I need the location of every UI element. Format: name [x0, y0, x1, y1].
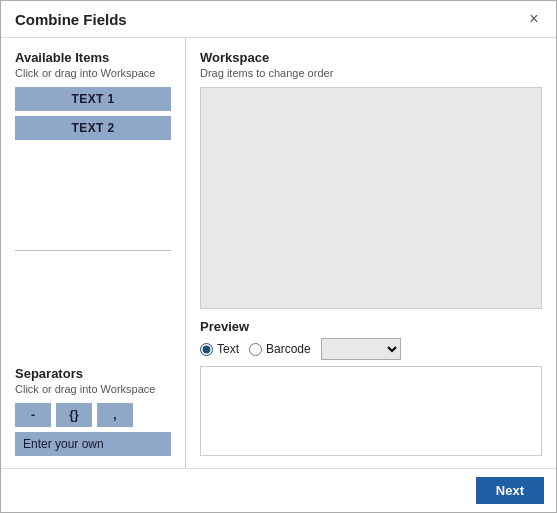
- close-button[interactable]: ×: [524, 9, 544, 29]
- text-radio-option[interactable]: Text: [200, 342, 239, 356]
- next-button[interactable]: Next: [476, 477, 544, 504]
- left-panel: Available Items Click or drag into Works…: [1, 38, 186, 468]
- available-items-subtitle: Click or drag into Workspace: [15, 67, 171, 79]
- dialog-footer: Next: [1, 468, 556, 512]
- right-panel: Workspace Drag items to change order Pre…: [186, 38, 556, 468]
- text-radio-label: Text: [217, 342, 239, 356]
- sep-buttons-row: - {} ,: [15, 403, 171, 427]
- separators-subtitle: Click or drag into Workspace: [15, 383, 171, 395]
- preview-dropdown[interactable]: [321, 338, 401, 360]
- preview-box: [200, 366, 542, 456]
- preview-title: Preview: [200, 319, 542, 334]
- sep-own-button[interactable]: Enter your own: [15, 432, 171, 456]
- combine-fields-dialog: Combine Fields × Available Items Click o…: [0, 0, 557, 513]
- divider: [15, 250, 171, 251]
- barcode-radio[interactable]: [249, 343, 262, 356]
- preview-options: Text Barcode: [200, 338, 542, 360]
- dialog-title: Combine Fields: [15, 11, 127, 28]
- sep-dash-button[interactable]: -: [15, 403, 51, 427]
- barcode-radio-option[interactable]: Barcode: [249, 342, 311, 356]
- preview-section: Preview Text Barcode: [200, 319, 542, 456]
- text1-item[interactable]: TEXT 1: [15, 87, 171, 111]
- separators-title: Separators: [15, 366, 171, 381]
- sep-comma-button[interactable]: ,: [97, 403, 133, 427]
- barcode-radio-label: Barcode: [266, 342, 311, 356]
- text-radio[interactable]: [200, 343, 213, 356]
- workspace-title: Workspace: [200, 50, 542, 65]
- text2-item[interactable]: TEXT 2: [15, 116, 171, 140]
- separators-section: Separators Click or drag into Workspace …: [15, 366, 171, 456]
- sep-braces-button[interactable]: {}: [56, 403, 92, 427]
- dialog-body: Available Items Click or drag into Works…: [1, 38, 556, 468]
- workspace-area[interactable]: [200, 87, 542, 309]
- workspace-subtitle: Drag items to change order: [200, 67, 542, 79]
- available-items-title: Available Items: [15, 50, 171, 65]
- title-bar: Combine Fields ×: [1, 1, 556, 38]
